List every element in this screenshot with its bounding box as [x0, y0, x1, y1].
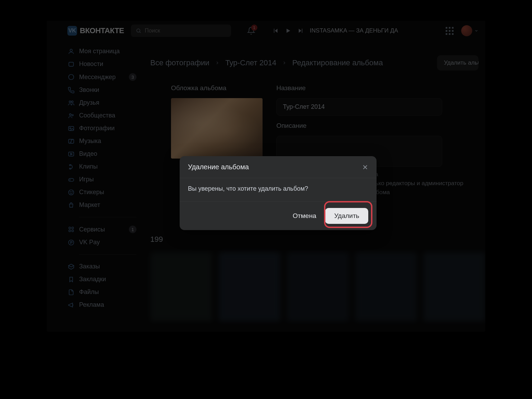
- confirm-delete-button[interactable]: Удалить: [325, 208, 368, 224]
- modal-close-button[interactable]: [362, 164, 368, 170]
- close-icon: [362, 164, 368, 170]
- modal-body-text: Вы уверены, что хотите удалить альбом?: [180, 178, 377, 202]
- app-window: VK ВКОНТАКТЕ 1 INSTASAMKA — ЗА ДЕНЬГИ ДА: [47, 21, 485, 332]
- delete-album-modal: Удаление альбома Вы уверены, что хотите …: [180, 156, 377, 230]
- modal-title: Удаление альбома: [188, 163, 249, 171]
- cancel-button[interactable]: Отмена: [293, 212, 316, 220]
